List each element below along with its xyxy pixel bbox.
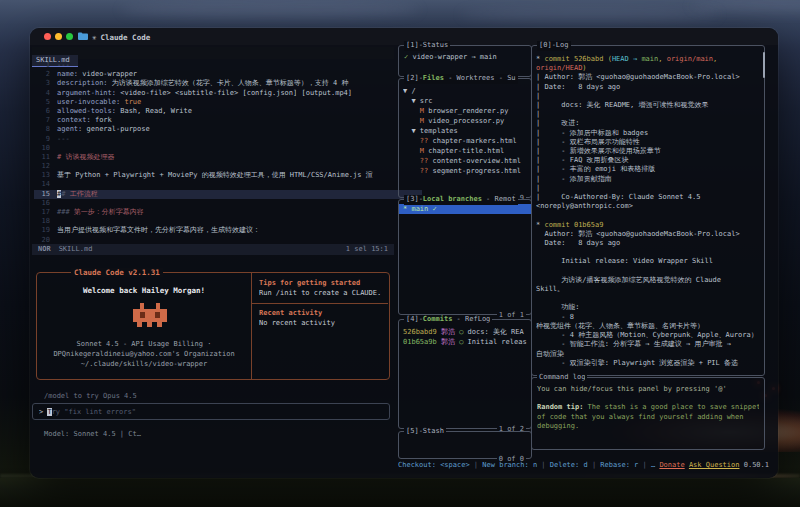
git-stash-panel[interactable]: [5]-Stash 0 of 0 [398, 431, 532, 459]
wallpaper-cloud [460, 8, 720, 21]
git-status-panel[interactable]: [1]-Status ✓ video-wrapper → main [398, 45, 532, 77]
command-log-panel-title: Command log [537, 373, 587, 383]
editor-buffer[interactable]: 1---2name: video-wrapper3description: 为访… [34, 61, 422, 245]
editor-statusbar: NORSKILL.md 1 sel 15:1 [32, 244, 394, 255]
window-title: ✳ Claude Code [78, 32, 150, 42]
git-log-panel-title: [0]-Log [537, 41, 571, 51]
git-branches-count: 1 of 1 [497, 311, 526, 319]
model-hint: /model to try Opus 4.5 [44, 392, 137, 400]
wallpaper-cloud [120, 2, 420, 18]
git-commits-panel-title: [4]-Commits - RefLog [404, 315, 492, 325]
git-log-panel[interactable]: [0]-Log * commit 526babd (HEAD → main, o… [531, 45, 765, 376]
git-branches-panel[interactable]: [3]-Local branches - Remot * main ✓ 1 of… [398, 199, 532, 315]
claude-badge-icon: ✳ [92, 33, 97, 42]
working-directory: ~/.claude/skills/video-wrapper [37, 359, 251, 369]
git-commits-panel[interactable]: [4]-Commits - RefLog 526babd9 郭浩 ○ docs:… [398, 319, 532, 429]
wallpaper-grass [0, 478, 800, 507]
prompt-input[interactable]: > Try "fix lint errors" [32, 403, 390, 420]
git-files-panel[interactable]: [2]-Files - Worktrees - Su ▼ / ▼ src M b… [398, 78, 532, 198]
account-plan: Sonnet 4.5 - API Usage Billing · [37, 339, 251, 349]
editor-mode: NOR [38, 245, 51, 253]
window-title-text: Claude Code [101, 33, 151, 42]
log-scrollbar[interactable] [763, 52, 765, 78]
git-log-content: * commit 526babd (HEAD → main, origin/ma… [532, 46, 764, 368]
tips-title: Tips for getting started [259, 279, 381, 287]
lazygit-options-bar[interactable]: Checkout: <space> | New branch: n | Dele… [398, 459, 776, 471]
git-status-panel-title: [1]-Status [404, 41, 450, 51]
minimize-icon[interactable] [55, 33, 62, 40]
tips-body: Run /init to create a CLAUDE.m… [259, 289, 381, 297]
model-status-line: Model: Sonnet 4.5 | Ct… [44, 430, 141, 438]
claude-welcome-box: Claude Code v2.1.31 Welcome back Hailey … [36, 272, 390, 380]
claude-mascot-icon [133, 303, 167, 333]
wallpaper-cloud [690, 0, 800, 12]
terminal-window: ✳ Claude Code SKILL.md 1---2name: video-… [30, 28, 778, 478]
account-info: Sonnet 4.5 - API Usage Billing · DPQnike… [37, 339, 251, 369]
account-organization: DPQnikegeraldineiu@yahoo.com's Organizat… [37, 349, 251, 359]
claude-box-right-column: Tips for getting started Run /init to cr… [251, 273, 388, 379]
git-stash-panel-title: [5]-Stash [404, 427, 446, 437]
desktop: ✳ Claude Code SKILL.md 1---2name: video-… [0, 0, 800, 507]
maximize-icon[interactable] [66, 33, 73, 40]
divider [252, 303, 388, 304]
git-file-tree[interactable]: ▼ / ▼ src M browser_renderer.py M video_… [399, 79, 531, 176]
command-log-panel[interactable]: Command log You can hide/focus this pane… [531, 377, 765, 450]
statusbar-position: 1 sel 15:1 [346, 244, 388, 255]
recent-activity-title: Recent activity [259, 309, 381, 317]
git-files-panel-title: [2]-Files - Worktrees - Su [404, 74, 518, 84]
editor-tabbar: SKILL.md [32, 47, 394, 59]
statusbar-filename: SKILL.md [59, 245, 93, 253]
git-branches-panel-title: [3]-Local branches - Remot [404, 195, 518, 205]
welcome-message: Welcome back Hailey Morgan! [37, 286, 251, 295]
command-log-content: You can hide/focus this panel by pressin… [532, 378, 764, 431]
recent-activity-body: No recent activity [259, 319, 381, 327]
close-icon[interactable] [44, 33, 51, 40]
statusbar-left: NORSKILL.md [38, 244, 92, 255]
folder-icon [78, 32, 88, 42]
claude-box-left-column: Welcome back Hailey Morgan! Sonnet 4. [37, 273, 251, 379]
